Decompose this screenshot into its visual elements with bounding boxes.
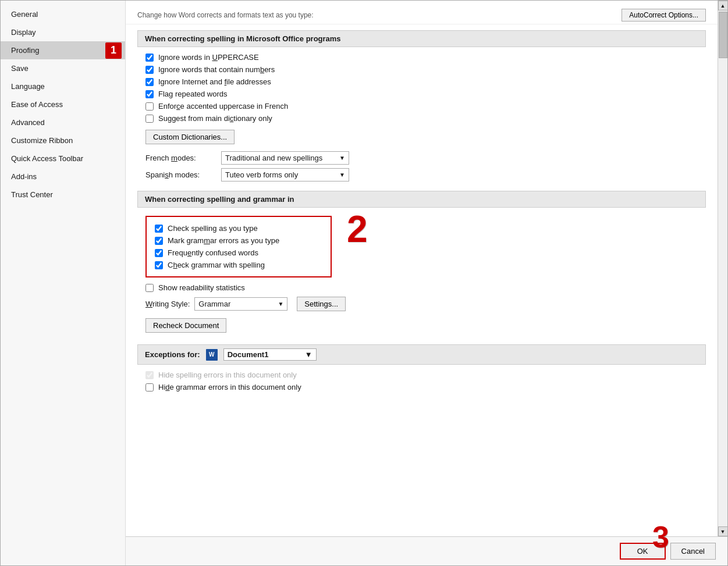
flag-repeated-checkbox[interactable] [145,90,154,98]
scrollable-area[interactable]: Change how Word corrects and formats tex… [126,1,718,536]
show-readability-checkbox[interactable] [145,284,154,292]
spanish-modes-arrow-icon: ▼ [339,172,345,178]
word-options-dialog: General Display Proofing 1 Save Language… [0,0,728,566]
ignore-internet-label: Ignore Internet and file addresses [158,77,271,86]
check-grammar-row: Check grammar with spelling [155,261,322,269]
hide-spelling-row: Hide spelling errors in this document on… [145,371,706,379]
hide-grammar-checkbox[interactable] [145,383,154,391]
confused-words-label: Frequently confused words [168,248,258,257]
sidebar-item-label: Ease of Access [11,100,63,109]
sidebar-item-general[interactable]: General [1,5,125,23]
exceptions-label: Exceptions for: [145,350,200,359]
sidebar-item-label: Advanced [11,118,45,127]
scroll-thumb[interactable] [719,12,727,58]
flag-repeated-row: Flag repeated words [145,90,706,98]
office-spelling-header: When correcting spelling in Microsoft Of… [137,30,706,47]
grammar-checkboxes-box: Check spelling as you type Mark grammar … [145,216,332,277]
confused-words-checkbox[interactable] [155,249,163,257]
enforce-accented-checkbox[interactable] [145,102,154,111]
sidebar-item-ease-of-access[interactable]: Ease of Access [1,95,125,113]
writing-style-arrow-icon: ▼ [278,301,283,307]
scrollbar[interactable]: ▲ ▼ [718,1,727,536]
scroll-down-button[interactable]: ▼ [718,526,728,536]
annotation-badge-1: 1 [105,42,122,59]
sidebar-item-advanced[interactable]: Advanced [1,113,125,131]
exceptions-header: Exceptions for: W Document1 ▼ [137,344,706,365]
writing-style-label: Writing Style: [145,300,190,308]
ignore-uppercase-label: Ignore words in UPPERCASE [158,53,259,62]
sidebar-item-customize-ribbon[interactable]: Customize Ribbon [1,131,125,149]
sidebar-item-save[interactable]: Save [1,59,125,77]
recheck-document-button[interactable]: Recheck Document [145,318,226,333]
bottom-bar: 3 OK Cancel [126,536,727,565]
hide-spelling-checkbox[interactable] [145,371,154,379]
ignore-numbers-row: Ignore words that contain numbers [145,65,706,74]
exceptions-select-arrow-icon: ▼ [305,350,312,359]
hide-grammar-label: Hide grammar errors in this document onl… [158,383,301,391]
spanish-modes-select[interactable]: Tuteo verb forms only ▼ [221,168,349,181]
sidebar-item-display[interactable]: Display [1,23,125,41]
writing-style-select[interactable]: Grammar ▼ [194,297,287,311]
french-modes-value: Traditional and new spellings [225,154,322,162]
ignore-uppercase-row: Ignore words in UPPERCASE [145,53,706,62]
settings-button[interactable]: Settings... [297,297,346,311]
sidebar-item-label: Language [11,82,45,91]
sidebar-item-label: Quick Access Toolbar [11,154,83,163]
autocorrect-description: Change how Word corrects and formats tex… [137,11,314,19]
french-modes-arrow-icon: ▼ [339,155,345,161]
sidebar-item-add-ins[interactable]: Add-ins [1,168,125,186]
mark-grammar-row: Mark grammar errors as you type [155,236,322,245]
ignore-numbers-checkbox[interactable] [145,66,154,74]
enforce-accented-row: Enforce accented uppercase in French [145,102,706,111]
document-icon: W [206,349,218,361]
check-spelling-row: Check spelling as you type [155,224,322,233]
french-modes-row: French modes: Traditional and new spelli… [145,151,706,165]
ignore-internet-row: Ignore Internet and file addresses [145,77,706,86]
sidebar-item-label: Add-ins [11,172,37,181]
spanish-modes-value: Tuteo verb forms only [225,170,298,179]
autocorrect-options-button[interactable]: AutoCorrect Options... [622,9,706,22]
sidebar-item-label: Proofing [11,46,39,55]
ignore-numbers-label: Ignore words that contain numbers [158,65,275,74]
mark-grammar-label: Mark grammar errors as you type [168,236,279,245]
hide-spelling-label: Hide spelling errors in this document on… [158,371,297,379]
check-spelling-label: Check spelling as you type [168,224,258,233]
spanish-modes-label: Spanish modes: [145,170,221,179]
check-grammar-checkbox[interactable] [155,261,163,269]
custom-dictionaries-button[interactable]: Custom Dictionaries... [145,130,235,144]
sidebar-item-language[interactable]: Language [1,77,125,95]
sidebar-item-label: Save [11,64,29,73]
french-modes-select[interactable]: Traditional and new spellings ▼ [221,151,349,165]
enforce-accented-label: Enforce accented uppercase in French [158,102,288,111]
sidebar: General Display Proofing 1 Save Language… [1,1,126,565]
spanish-modes-row: Spanish modes: Tuteo verb forms only ▼ [145,168,706,181]
sidebar-item-quick-access-toolbar[interactable]: Quick Access Toolbar [1,149,125,168]
sidebar-item-label: Display [11,28,36,37]
cancel-button[interactable]: Cancel [670,543,716,560]
ignore-uppercase-checkbox[interactable] [145,54,154,62]
hide-grammar-row: Hide grammar errors in this document onl… [145,383,706,391]
confused-words-row: Frequently confused words [155,248,322,257]
scroll-up-button[interactable]: ▲ [718,1,728,10]
suggest-main-row: Suggest from main dictionary only [145,114,706,123]
writing-style-value: Grammar [198,300,230,308]
check-grammar-label: Check grammar with spelling [168,261,265,269]
sidebar-item-trust-center[interactable]: Trust Center [1,186,125,204]
show-readability-row: Show readability statistics [145,283,706,292]
suggest-main-checkbox[interactable] [145,115,154,123]
sidebar-item-proofing[interactable]: Proofing 1 [1,41,125,59]
sidebar-item-label: General [11,10,38,19]
mark-grammar-checkbox[interactable] [155,237,163,245]
check-spelling-checkbox[interactable] [155,225,163,233]
sidebar-item-label: Trust Center [11,190,53,199]
flag-repeated-label: Flag repeated words [158,90,228,98]
exceptions-document-select[interactable]: Document1 ▼ [223,348,317,361]
exceptions-section: Exceptions for: W Document1 ▼ Hide spell… [137,344,706,391]
ignore-internet-checkbox[interactable] [145,78,154,86]
suggest-main-label: Suggest from main dictionary only [158,114,272,123]
ok-button[interactable]: OK [620,543,666,560]
french-modes-label: French modes: [145,154,221,162]
show-readability-label: Show readability statistics [158,283,245,292]
grammar-section-header: When correcting spelling and grammar in [137,191,706,208]
writing-style-row: Writing Style: Grammar ▼ Settings... [145,297,706,311]
